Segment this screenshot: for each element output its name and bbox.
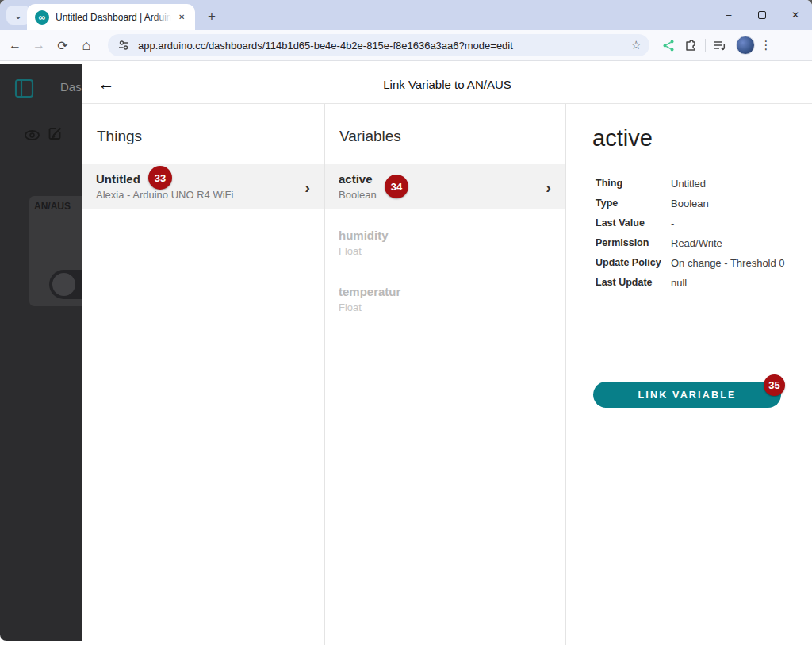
variables-column: Variables active Boolean 34 › humidity F… [325, 104, 566, 645]
detail-value: Read/Write [671, 237, 722, 249]
annotation-badge: 34 [385, 175, 408, 198]
thing-subtitle: Alexia - Arduino UNO R4 WiFi [96, 189, 311, 201]
edit-icon[interactable] [46, 125, 64, 143]
share-icon [662, 39, 676, 52]
new-tab-button[interactable]: + [201, 6, 222, 27]
detail-value: Untitled [671, 178, 706, 190]
dashboard-background: Das AN/AUS [0, 64, 82, 641]
window-controls: – ✕ [712, 0, 812, 30]
detail-value: On change - Threshold 0 [671, 257, 785, 269]
forward-icon: → [33, 38, 45, 52]
maximize-button[interactable] [745, 0, 779, 30]
detail-label: Thing [596, 178, 671, 190]
toggle-widget-card: AN/AUS [29, 196, 82, 306]
browser-toolbar: ← → ⟳ ⌂ app.arduino.cc/dashboards/114b1d… [0, 30, 812, 61]
address-bar[interactable]: app.arduino.cc/dashboards/114b1d65-be4e-… [108, 34, 649, 56]
browser-window: ⌄ ∞ Untitled Dashboard | Arduino C ✕ + –… [0, 0, 812, 645]
thing-name: Untitled [96, 172, 311, 186]
maximize-icon [758, 11, 766, 19]
variable-item-active[interactable]: active Boolean 34 › [325, 164, 565, 209]
eye-icon[interactable] [23, 126, 41, 144]
detail-row-permission: Permission Read/Write [596, 237, 812, 249]
modal-title: Link Variable to AN/AUS [82, 64, 812, 104]
infinity-icon: ∞ [39, 12, 46, 23]
widget-title: AN/AUS [29, 196, 82, 212]
variable-item-humidity: humidity Float [325, 221, 565, 266]
minimize-button[interactable]: – [712, 0, 745, 30]
link-variable-button[interactable]: LINK VARIABLE [593, 382, 781, 408]
detail-row-thing: Thing Untitled [596, 178, 812, 190]
toolbar-separator [705, 39, 706, 52]
close-window-button[interactable]: ✕ [779, 0, 812, 30]
variable-type: Float [339, 301, 552, 313]
detail-value: - [671, 217, 674, 229]
chevron-down-icon: ⌄ [14, 10, 23, 21]
star-icon: ☆ [631, 38, 642, 52]
site-settings-icon[interactable] [117, 39, 130, 52]
variable-name: temperatur [339, 285, 552, 298]
variable-type: Float [339, 245, 552, 257]
kebab-menu-icon: ⋮ [760, 38, 772, 52]
tab-close-button[interactable]: ✕ [174, 10, 189, 25]
variable-name: active [339, 172, 552, 186]
url-text: app.arduino.cc/dashboards/114b1d65-be4e-… [138, 40, 626, 52]
tab-title: Untitled Dashboard | Arduino C [56, 12, 171, 23]
detail-row-update-policy: Update Policy On change - Threshold 0 [596, 257, 812, 269]
detail-title: active [592, 125, 812, 152]
sidebar-panel-icon[interactable] [14, 79, 34, 98]
extensions-button[interactable] [680, 34, 702, 56]
chrome-menu-button[interactable]: ⋮ [755, 34, 777, 56]
back-icon: ← [9, 38, 21, 52]
variables-header: Variables [339, 128, 565, 145]
detail-label: Permission [596, 237, 671, 249]
playlist-icon [713, 38, 727, 52]
detail-row-type: Type Boolean [596, 198, 812, 209]
forward-button[interactable]: → [27, 33, 51, 57]
variable-type: Boolean [339, 189, 552, 201]
thing-item-untitled[interactable]: Untitled Alexia - Arduino UNO R4 WiFi 33… [82, 164, 324, 209]
link-variable-button-wrap: LINK VARIABLE 35 [593, 382, 781, 408]
home-icon: ⌂ [82, 37, 91, 54]
chevron-right-icon: › [304, 179, 310, 195]
link-variable-modal: ← Link Variable to AN/AUS Things Untitle… [82, 64, 812, 645]
annotation-badge: 33 [148, 166, 172, 190]
detail-label: Last Update [596, 277, 671, 289]
back-button[interactable]: ← [3, 33, 27, 57]
detail-label: Update Policy [596, 257, 671, 269]
home-button[interactable]: ⌂ [75, 33, 98, 57]
detail-value: Boolean [671, 198, 709, 209]
modal-columns: Things Untitled Alexia - Arduino UNO R4 … [82, 104, 812, 645]
arduino-favicon-icon: ∞ [35, 10, 49, 25]
plus-icon: + [208, 9, 216, 25]
toggle-knob [52, 273, 75, 296]
chevron-right-icon: › [546, 179, 551, 195]
detail-row-last-update: Last Update null [596, 277, 812, 289]
browser-tab[interactable]: ∞ Untitled Dashboard | Arduino C ✕ [27, 4, 195, 30]
profile-avatar[interactable] [736, 36, 755, 55]
toggle-switch[interactable] [49, 270, 82, 299]
reload-button[interactable]: ⟳ [51, 33, 75, 57]
detail-label: Type [596, 198, 671, 209]
share-button[interactable] [657, 34, 680, 56]
reload-icon: ⟳ [57, 38, 67, 53]
close-icon: ✕ [178, 13, 185, 21]
dashboard-nav-label: Das [60, 80, 82, 94]
modal-header: ← Link Variable to AN/AUS [82, 64, 812, 104]
tab-strip: ⌄ ∞ Untitled Dashboard | Arduino C ✕ + –… [0, 0, 812, 30]
variable-name: humidity [339, 228, 552, 242]
detail-label: Last Value [596, 217, 671, 229]
annotation-badge: 35 [764, 374, 785, 396]
close-icon: ✕ [791, 10, 799, 21]
media-playlist-button[interactable] [709, 34, 731, 56]
puzzle-icon [684, 38, 698, 52]
things-header: Things [97, 128, 324, 145]
detail-rows: Thing Untitled Type Boolean Last Value -… [596, 178, 812, 289]
bookmark-star-button[interactable]: ☆ [631, 38, 642, 52]
minimize-icon: – [726, 10, 732, 21]
things-column: Things Untitled Alexia - Arduino UNO R4 … [82, 104, 325, 645]
variable-detail-panel: active Thing Untitled Type Boolean Last … [566, 104, 812, 645]
variable-item-temperatur: temperatur Float [325, 277, 565, 322]
detail-row-last-value: Last Value - [596, 217, 812, 229]
detail-value: null [671, 277, 687, 289]
